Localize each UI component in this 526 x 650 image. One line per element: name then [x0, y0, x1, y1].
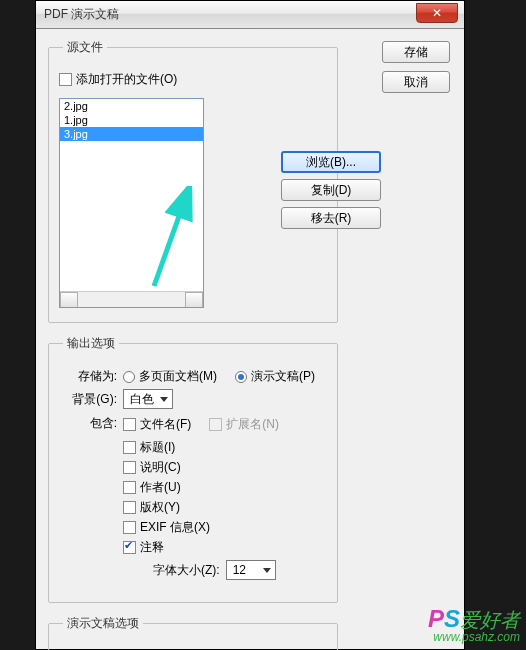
- save-as-row: 存储为: 多页面文档(M) 演示文稿(P): [59, 368, 327, 385]
- radio-icon: [123, 371, 135, 383]
- pdf-presentation-dialog: PDF 演示文稿 ✕ 存储 取消 源文件 添加打开的文件(O) 2.jpg 1.…: [35, 0, 465, 650]
- output-options-group: 输出选项 存储为: 多页面文档(M) 演示文稿(P) 背景(G): 白色 包含:: [48, 335, 338, 603]
- checkbox-icon: [59, 73, 72, 86]
- description-checkbox[interactable]: 说明(C): [123, 459, 327, 476]
- font-size-row: 字体大小(Z): 12: [153, 560, 327, 580]
- extension-checkbox: 扩展名(N): [209, 416, 279, 433]
- checkbox-icon: [123, 521, 136, 534]
- font-size-label: 字体大小(Z):: [153, 562, 220, 579]
- source-buttons: 浏览(B)... 复制(D) 移去(R): [281, 151, 381, 235]
- list-item-selected[interactable]: 3.jpg: [60, 127, 203, 141]
- checkbox-icon: [123, 418, 136, 431]
- titlebar: PDF 演示文稿 ✕: [36, 1, 464, 29]
- horizontal-scrollbar[interactable]: [60, 291, 203, 307]
- multi-page-radio[interactable]: 多页面文档(M): [123, 368, 217, 385]
- add-open-files-checkbox[interactable]: 添加打开的文件(O): [59, 71, 327, 88]
- duplicate-button[interactable]: 复制(D): [281, 179, 381, 201]
- checkbox-icon: [123, 441, 136, 454]
- dialog-title: PDF 演示文稿: [44, 6, 119, 23]
- browse-button[interactable]: 浏览(B)...: [281, 151, 381, 173]
- action-column: 存储 取消: [382, 41, 452, 101]
- presentation-radio[interactable]: 演示文稿(P): [235, 368, 315, 385]
- include-row: 包含: 文件名(F) 扩展名(N) 标题(I) 说明(C) 作者(U) 版权(Y…: [59, 413, 327, 584]
- close-button[interactable]: ✕: [416, 3, 458, 23]
- checkbox-icon: [123, 541, 136, 554]
- dialog-body: 源文件 添加打开的文件(O) 2.jpg 1.jpg 3.jpg 浏览(B)..…: [36, 29, 464, 650]
- list-item[interactable]: 1.jpg: [60, 113, 203, 127]
- checkbox-icon: [123, 501, 136, 514]
- cancel-button[interactable]: 取消: [382, 71, 450, 93]
- save-button[interactable]: 存储: [382, 41, 450, 63]
- background-row: 背景(G): 白色: [59, 389, 327, 409]
- list-item[interactable]: 2.jpg: [60, 99, 203, 113]
- copyright-checkbox[interactable]: 版权(Y): [123, 499, 327, 516]
- checkbox-icon: [123, 461, 136, 474]
- present-legend: 演示文稿选项: [63, 615, 143, 632]
- font-size-combo[interactable]: 12: [226, 560, 276, 580]
- presentation-options-group: 演示文稿选项 换片间隔(E) 5 秒 在最后一页之后循环(L): [48, 615, 338, 650]
- remove-button[interactable]: 移去(R): [281, 207, 381, 229]
- background-label: 背景(G):: [59, 391, 117, 408]
- author-checkbox[interactable]: 作者(U): [123, 479, 327, 496]
- source-legend: 源文件: [63, 39, 107, 56]
- filename-checkbox[interactable]: 文件名(F): [123, 416, 191, 433]
- title-checkbox[interactable]: 标题(I): [123, 439, 327, 456]
- output-legend: 输出选项: [63, 335, 119, 352]
- checkbox-icon: [123, 481, 136, 494]
- checkbox-icon: [209, 418, 222, 431]
- file-listbox[interactable]: 2.jpg 1.jpg 3.jpg: [59, 98, 204, 308]
- close-icon: ✕: [432, 6, 442, 20]
- watermark: PS爱好者 www.psahz.com: [428, 605, 520, 644]
- radio-icon: [235, 371, 247, 383]
- background-combo[interactable]: 白色: [123, 389, 173, 409]
- exif-checkbox[interactable]: EXIF 信息(X): [123, 519, 327, 536]
- save-as-label: 存储为:: [59, 368, 117, 385]
- include-label: 包含:: [59, 415, 117, 432]
- notes-checkbox[interactable]: 注释: [123, 539, 327, 556]
